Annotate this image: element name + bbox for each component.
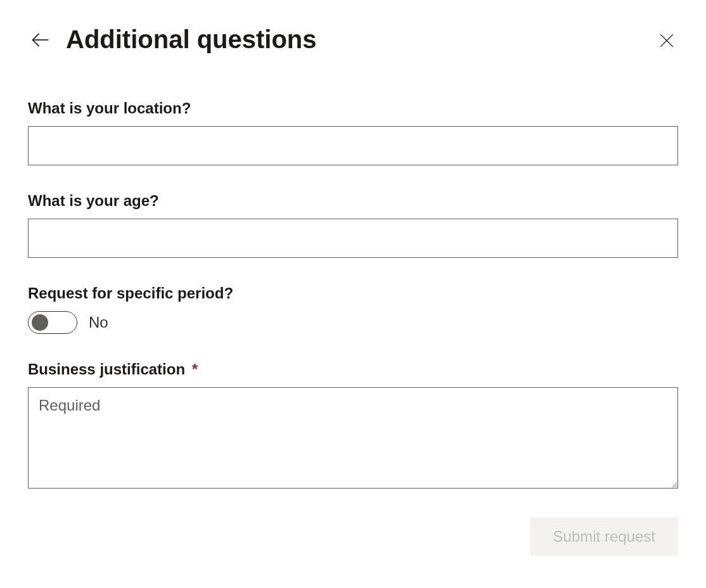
- specific-period-label: Request for specific period?: [28, 284, 678, 302]
- justification-field-group: Business justification *: [28, 361, 678, 491]
- page-title: Additional questions: [66, 25, 317, 54]
- dialog-header: Additional questions: [28, 25, 678, 54]
- location-field-group: What is your location?: [28, 99, 678, 165]
- justification-label: Business justification *: [28, 361, 678, 378]
- close-button[interactable]: [655, 29, 678, 52]
- required-indicator: *: [192, 361, 198, 378]
- back-button[interactable]: [28, 27, 53, 53]
- toggle-row: No: [28, 311, 678, 334]
- age-label: What is your age?: [28, 192, 678, 210]
- toggle-knob: [32, 314, 48, 331]
- age-input[interactable]: [28, 219, 678, 258]
- justification-label-text: Business justification: [28, 361, 185, 378]
- specific-period-field-group: Request for specific period? No: [28, 284, 678, 334]
- arrow-left-icon: [31, 30, 50, 49]
- specific-period-value: No: [89, 314, 108, 331]
- submit-request-button[interactable]: Submit request: [530, 518, 678, 556]
- close-icon: [658, 32, 675, 49]
- actions-row: Submit request: [28, 518, 678, 556]
- location-label: What is your location?: [28, 99, 678, 117]
- justification-textarea[interactable]: [28, 387, 678, 489]
- specific-period-toggle[interactable]: [28, 311, 77, 334]
- age-field-group: What is your age?: [28, 192, 678, 258]
- location-input[interactable]: [28, 126, 678, 165]
